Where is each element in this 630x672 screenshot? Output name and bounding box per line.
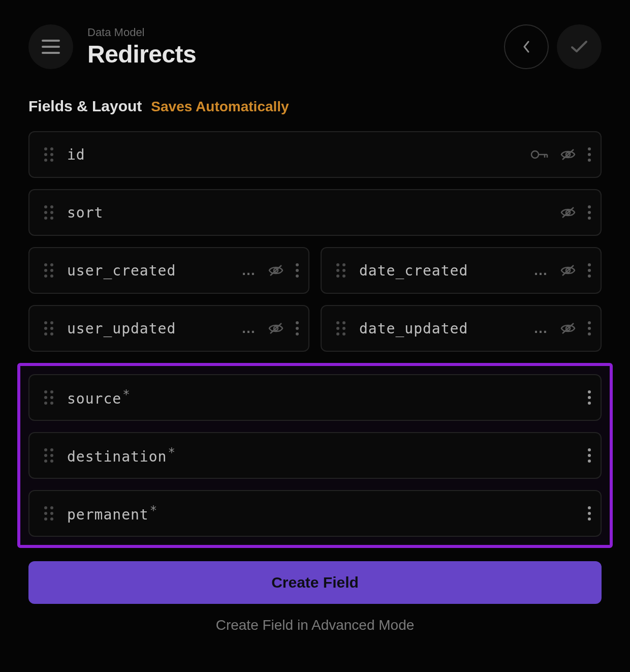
field-row-source[interactable]: source* bbox=[28, 374, 602, 421]
create-field-advanced-link[interactable]: Create Field in Advanced Mode bbox=[28, 617, 602, 633]
more-vert-icon[interactable] bbox=[587, 147, 591, 162]
menu-icon bbox=[42, 40, 60, 54]
more-vert-icon[interactable] bbox=[587, 263, 591, 278]
svg-point-57 bbox=[296, 327, 299, 330]
svg-point-17 bbox=[44, 211, 47, 214]
more-vert-icon[interactable] bbox=[587, 205, 591, 220]
drag-handle-icon[interactable] bbox=[42, 147, 56, 162]
drag-handle-icon[interactable] bbox=[334, 263, 348, 278]
field-name: sort bbox=[67, 204, 560, 221]
key-icon bbox=[530, 149, 549, 160]
field-name: destination* bbox=[67, 445, 587, 465]
svg-point-58 bbox=[296, 332, 299, 335]
svg-rect-2 bbox=[42, 52, 60, 54]
eye-off-icon[interactable] bbox=[560, 264, 576, 277]
field-row-destination[interactable]: destination* bbox=[28, 432, 602, 479]
eye-off-icon[interactable] bbox=[560, 206, 576, 219]
field-name: id bbox=[67, 146, 530, 163]
svg-point-90 bbox=[44, 512, 47, 515]
svg-point-76 bbox=[588, 390, 591, 393]
drag-handle-icon[interactable] bbox=[42, 205, 56, 220]
svg-point-95 bbox=[588, 512, 591, 515]
drag-handle-icon[interactable] bbox=[42, 321, 56, 336]
field-name: source* bbox=[67, 387, 587, 407]
drag-handle-icon[interactable] bbox=[334, 321, 348, 336]
svg-point-35 bbox=[296, 269, 299, 272]
field-row-sort[interactable]: sort bbox=[28, 189, 602, 236]
more-vert-icon[interactable] bbox=[295, 321, 299, 336]
confirm-button[interactable] bbox=[557, 24, 602, 69]
svg-point-3 bbox=[44, 147, 47, 150]
svg-point-50 bbox=[44, 327, 47, 330]
svg-point-39 bbox=[336, 269, 339, 272]
field-row-user-created[interactable]: user_created … bbox=[28, 247, 309, 294]
eye-off-icon[interactable] bbox=[268, 264, 284, 277]
svg-point-26 bbox=[44, 263, 47, 266]
svg-point-94 bbox=[588, 506, 591, 509]
more-vert-icon[interactable] bbox=[587, 321, 591, 336]
svg-point-40 bbox=[342, 269, 345, 272]
svg-point-61 bbox=[336, 327, 339, 330]
drag-handle-icon[interactable] bbox=[42, 390, 56, 405]
svg-point-27 bbox=[50, 263, 53, 266]
svg-point-18 bbox=[50, 211, 53, 214]
page-header: Data Model Redirects bbox=[28, 24, 602, 69]
svg-point-68 bbox=[588, 327, 591, 330]
svg-point-20 bbox=[50, 217, 53, 220]
svg-point-91 bbox=[50, 512, 53, 515]
svg-point-6 bbox=[50, 153, 53, 156]
eye-off-icon[interactable] bbox=[560, 322, 576, 335]
drag-handle-icon[interactable] bbox=[42, 506, 56, 521]
field-row-user-updated[interactable]: user_updated … bbox=[28, 305, 309, 352]
svg-point-70 bbox=[44, 390, 47, 393]
svg-point-23 bbox=[588, 205, 591, 208]
svg-point-42 bbox=[342, 274, 345, 278]
page-title: Redirects bbox=[87, 40, 490, 68]
svg-point-28 bbox=[44, 269, 47, 272]
autosave-label: Saves Automatically bbox=[151, 99, 289, 115]
truncated-indicator: … bbox=[241, 262, 257, 279]
svg-point-69 bbox=[588, 332, 591, 335]
required-indicator: * bbox=[168, 445, 175, 460]
svg-point-45 bbox=[588, 263, 591, 266]
svg-point-14 bbox=[588, 159, 591, 162]
svg-point-37 bbox=[336, 263, 339, 266]
svg-point-30 bbox=[44, 274, 47, 278]
svg-point-59 bbox=[336, 321, 339, 324]
more-vert-icon[interactable] bbox=[587, 448, 591, 463]
svg-point-86 bbox=[588, 454, 591, 457]
drag-handle-icon[interactable] bbox=[42, 263, 56, 278]
drag-handle-icon[interactable] bbox=[42, 448, 56, 463]
svg-point-79 bbox=[44, 448, 47, 451]
more-vert-icon[interactable] bbox=[587, 390, 591, 405]
menu-button[interactable] bbox=[28, 24, 73, 69]
more-vert-icon[interactable] bbox=[295, 263, 299, 278]
svg-point-64 bbox=[342, 332, 345, 335]
svg-point-85 bbox=[588, 448, 591, 451]
field-name: user_updated bbox=[67, 320, 241, 337]
back-button[interactable] bbox=[504, 24, 549, 69]
svg-point-15 bbox=[44, 205, 47, 208]
svg-point-84 bbox=[50, 460, 53, 463]
field-name: date_updated bbox=[359, 320, 533, 337]
svg-point-74 bbox=[44, 402, 47, 405]
svg-point-7 bbox=[44, 159, 47, 162]
svg-point-87 bbox=[588, 460, 591, 463]
svg-point-19 bbox=[44, 217, 47, 220]
svg-point-67 bbox=[588, 321, 591, 324]
field-row-date-created[interactable]: date_created … bbox=[321, 247, 602, 294]
svg-point-78 bbox=[588, 402, 591, 405]
field-row-date-updated[interactable]: date_updated … bbox=[321, 305, 602, 352]
field-name: date_created bbox=[359, 262, 533, 279]
more-vert-icon[interactable] bbox=[587, 506, 591, 521]
svg-point-4 bbox=[50, 147, 53, 150]
field-row-permanent[interactable]: permanent* bbox=[28, 490, 602, 537]
fields-list: id sort bbox=[28, 131, 602, 548]
svg-point-47 bbox=[588, 274, 591, 278]
eye-off-icon[interactable] bbox=[268, 322, 284, 335]
eye-off-icon[interactable] bbox=[560, 148, 576, 161]
svg-point-63 bbox=[336, 332, 339, 335]
field-row-id[interactable]: id bbox=[28, 131, 602, 178]
truncated-indicator: … bbox=[241, 320, 257, 337]
create-field-button[interactable]: Create Field bbox=[28, 561, 602, 604]
